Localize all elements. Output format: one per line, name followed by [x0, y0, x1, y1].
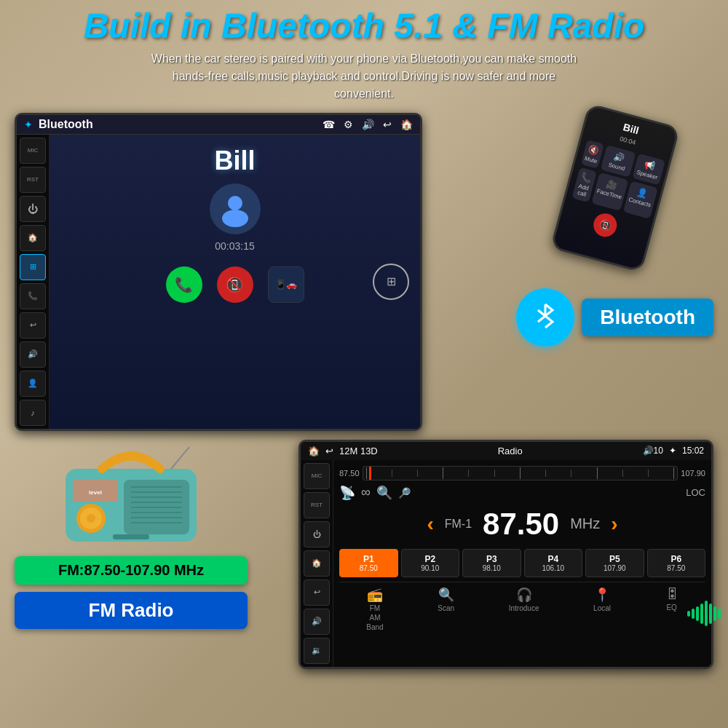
main-content: Build in Bluetooth 5.1 & FM Radio When t… [0, 0, 728, 728]
back-side-btn[interactable]: ↩ [20, 312, 46, 339]
freq-min-label: 87.50 [339, 469, 360, 478]
radio-illustration: level [58, 440, 204, 549]
speaker-action[interactable]: 📢Speaker [632, 154, 665, 186]
music-btn[interactable]: ♪ [20, 400, 46, 426]
bluetooth-logo [529, 301, 562, 333]
preset-p3-freq: 98.10 [466, 564, 518, 572]
search-icon-1[interactable]: 🔍 [376, 485, 392, 501]
radio-home-btn[interactable]: 🏠 [304, 550, 330, 577]
bluetooth-badge: Bluetooth [516, 288, 713, 347]
phone-screen: Bill 00:04 🔇Mute 🔊Sound 📢Speaker 📞Add ca… [553, 106, 678, 269]
preset-p4-freq: 106.10 [528, 564, 579, 572]
end-call-btn[interactable]: 📵 [217, 266, 253, 303]
sound-action[interactable]: 🔊Sound [600, 145, 636, 177]
radio-controls-row: 📡 ∞ 🔍 🔎 LOC [339, 485, 705, 501]
preset-p5-freq: 107.90 [589, 564, 641, 572]
svg-point-1 [222, 210, 248, 227]
search-icon-2[interactable]: 🔎 [398, 487, 411, 499]
volume-icon[interactable]: 🔊 [362, 119, 374, 130]
phone-end-btn[interactable]: 📵 [590, 210, 619, 239]
contacts-btn[interactable]: 👤 [20, 371, 46, 397]
band-label: FM [370, 604, 380, 612]
preset-p6-freq: 87.50 [651, 564, 703, 572]
preset-p1[interactable]: P1 87.50 [339, 549, 398, 577]
eq-label: EQ [666, 604, 676, 612]
preset-p3[interactable]: P3 98.10 [462, 549, 521, 577]
radio-left: level FM:87.50-107.90 MHz FM Radio [15, 440, 248, 629]
home-side-btn[interactable]: 🏠 [20, 225, 46, 251]
freq-next-btn[interactable]: › [611, 513, 617, 536]
wave-bar-8 [718, 609, 721, 619]
nav-local[interactable]: 📍 Local [593, 587, 611, 631]
home-icon[interactable]: 🏠 [400, 119, 413, 130]
loop-icon[interactable]: ∞ [361, 485, 371, 500]
eq-icon: 🎛 [665, 587, 678, 602]
radio-back-btn[interactable]: ↩ [304, 579, 330, 606]
frequency-bar-row: 87.50 [339, 466, 705, 480]
radio-power-btn[interactable]: ⏻ [304, 521, 330, 547]
preset-p4[interactable]: P4 106.10 [524, 549, 583, 577]
nav-introduce[interactable]: 🎧 Introduce [509, 587, 539, 631]
nav-eq[interactable]: 🎛 EQ [665, 587, 678, 631]
svg-line-18 [171, 447, 189, 469]
contacts-action[interactable]: 👤Contacts [623, 181, 658, 218]
radio-nav-bar: 📻 FM AM Band 🔍 Scan 🎧 Introduce [339, 582, 705, 636]
fm-radio-screen: 🏠 ↩ 12M 13D Radio 🔊10 ✦ 15:02 MIC RST ⏻ … [298, 440, 713, 669]
band-icon: 📻 [367, 587, 383, 603]
preset-p5[interactable]: P5 107.90 [585, 549, 644, 577]
wave-bar-7 [713, 606, 716, 621]
phone-mockup: Bill 00:04 🔇Mute 🔊Sound 📢Speaker 📞Add ca… [557, 113, 673, 263]
bluetooth-label: Bluetooth [582, 298, 713, 336]
radio-volup-btn[interactable]: 🔊 [304, 609, 330, 635]
phone-icon[interactable]: ☎ [323, 119, 335, 130]
facetime-action[interactable]: 🎥FaceTime [591, 173, 628, 211]
bottom-section: level FM:87.50-107.90 MHz FM Radio 🏠 ↩ 1… [15, 440, 713, 669]
freq-unit: MHz [570, 515, 600, 532]
preset-p2[interactable]: P2 90.10 [401, 549, 460, 577]
freq-prev-btn[interactable]: ‹ [427, 513, 433, 536]
top-bar-icons: ☎ ⚙ 🔊 ↩ 🏠 [323, 119, 413, 130]
radio-voldn-btn[interactable]: 🔉 [304, 638, 330, 664]
vol-up-btn[interactable]: 🔊 [20, 341, 46, 368]
keypad-circle[interactable]: ⊞ [373, 264, 409, 300]
radio-volume: 🔊10 [643, 446, 663, 456]
tick [571, 470, 571, 477]
wave-bar-3 [696, 606, 699, 621]
radio-date: 12M 13D [339, 446, 378, 456]
preset-p1-freq: 87.50 [343, 564, 395, 572]
caller-avatar [210, 183, 261, 234]
radio-mic-label: MIC [304, 463, 330, 489]
radio-side-col: MIC RST ⏻ 🏠 ↩ 🔊 🔉 [301, 460, 333, 667]
local-label: Local [593, 604, 611, 612]
nav-scan[interactable]: 🔍 Scan [438, 587, 454, 631]
broadcast-icon[interactable]: 📡 [339, 485, 355, 501]
mute-action[interactable]: 🔇Mute [580, 140, 604, 169]
tick [494, 470, 495, 477]
mic-label: MIC [20, 138, 46, 164]
preset-p4-num: P4 [528, 554, 579, 564]
radio-back-icon[interactable]: ↩ [325, 446, 333, 456]
loc-label[interactable]: LOC [686, 487, 705, 498]
power-btn[interactable]: ⏻ [20, 196, 46, 222]
page-subtitle: When the car stereo is paired with your … [146, 50, 582, 103]
radio-title: Radio [384, 446, 637, 456]
tick [366, 467, 367, 479]
call-side-btn[interactable]: 📞 [20, 283, 46, 309]
fm-radio-badge: FM Radio [15, 592, 248, 629]
radio-rst-label: RST [304, 492, 330, 518]
settings-icon[interactable]: ⚙ [344, 119, 353, 130]
preset-p6[interactable]: P6 87.50 [647, 549, 706, 577]
grid-btn[interactable]: ⊞ [20, 254, 46, 280]
tick [597, 467, 598, 479]
radio-home-icon[interactable]: 🏠 [308, 446, 320, 456]
band-sublabel: AM [369, 614, 380, 622]
transfer-btn[interactable]: 📱🚗 [268, 266, 304, 303]
back-icon[interactable]: ↩ [383, 119, 392, 130]
nav-band[interactable]: 📻 FM AM Band [366, 587, 383, 631]
bluetooth-stereo-screen: ✦ Bluetooth ☎ ⚙ 🔊 ↩ 🏠 MIC RST ⏻ 🏠 ⊞ 📞 [15, 113, 422, 431]
radio-top-bar: 🏠 ↩ 12M 13D Radio 🔊10 ✦ 15:02 [301, 442, 711, 460]
sound-wave [687, 601, 721, 626]
frequency-bar [363, 466, 678, 480]
accept-call-btn[interactable]: 📞 [166, 266, 202, 303]
radio-main: MIC RST ⏻ 🏠 ↩ 🔊 🔉 87.50 [301, 460, 711, 667]
